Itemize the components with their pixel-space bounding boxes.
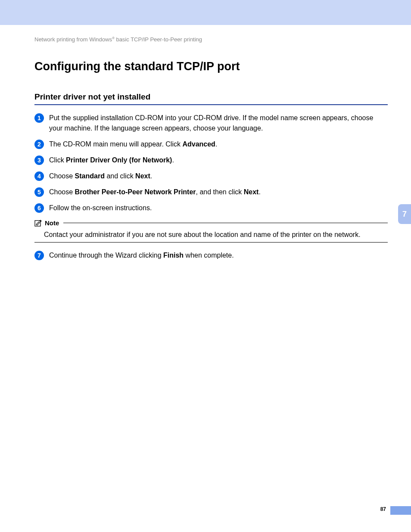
svg-rect-0 — [35, 221, 40, 226]
step-6-text: Follow the on-screen instructions. — [49, 203, 388, 213]
step-4-b2: Next — [135, 172, 150, 180]
step-3-bold: Printer Driver Only (for Network) — [66, 156, 172, 164]
step-2-post: . — [215, 140, 217, 148]
section-heading: Printer driver not yet installed — [34, 92, 388, 102]
note-rule-top — [63, 223, 388, 223]
step-4-mid: and click — [105, 172, 135, 180]
note-header: Note — [34, 219, 388, 227]
step-badge-1: 1 — [34, 113, 44, 123]
step-4-post: . — [150, 172, 152, 180]
section-rule — [34, 104, 388, 105]
step-1: 1 Put the supplied installation CD-ROM i… — [34, 113, 388, 133]
footer-accent — [390, 506, 411, 515]
step-3-text: Click Printer Driver Only (for Network). — [49, 155, 388, 165]
step-badge-6: 6 — [34, 203, 44, 213]
step-2-pre: The CD-ROM main menu will appear. Click — [49, 140, 182, 148]
step-5-b2: Next — [244, 188, 259, 196]
step-5: 5 Choose Brother Peer-to-Peer Network Pr… — [34, 187, 388, 197]
step-5-post: . — [258, 188, 260, 196]
chapter-tab: 7 — [398, 204, 411, 224]
step-4-text: Choose Standard and click Next. — [49, 171, 388, 181]
step-7-post: when complete. — [184, 252, 234, 259]
breadcrumb-post: basic TCP/IP Peer-to-Peer printing — [115, 36, 202, 43]
pencil-note-icon — [34, 219, 42, 227]
note-block: Note Contact your administrator if you a… — [34, 219, 388, 243]
step-1-text: Put the supplied installation CD-ROM int… — [49, 113, 388, 133]
step-list: 1 Put the supplied installation CD-ROM i… — [34, 113, 388, 260]
step-7-text: Continue through the Wizard clicking Fin… — [49, 250, 388, 260]
step-2-text: The CD-ROM main menu will appear. Click … — [49, 139, 388, 149]
page-number: 87 — [380, 506, 386, 512]
step-2: 2 The CD-ROM main menu will appear. Clic… — [34, 139, 388, 149]
step-4-b1: Standard — [75, 172, 105, 180]
page-content: Network printing from Windows® basic TCP… — [34, 36, 388, 266]
step-5-pre: Choose — [49, 188, 75, 196]
step-5-b1: Brother Peer-to-Peer Network Printer — [75, 188, 196, 196]
step-4: 4 Choose Standard and click Next. — [34, 171, 388, 181]
step-7-bold: Finish — [163, 252, 184, 259]
step-7: 7 Continue through the Wizard clicking F… — [34, 250, 388, 260]
step-badge-7: 7 — [34, 251, 44, 260]
breadcrumb-pre: Network printing from Windows — [34, 36, 112, 43]
header-band — [0, 0, 411, 25]
step-3-pre: Click — [49, 156, 66, 164]
step-badge-2: 2 — [34, 140, 44, 149]
note-text: Contact your administrator if you are no… — [44, 230, 388, 240]
step-7-pre: Continue through the Wizard clicking — [49, 252, 163, 259]
step-3-post: . — [172, 156, 174, 164]
step-badge-4: 4 — [34, 171, 44, 181]
step-2-bold: Advanced — [182, 140, 215, 148]
step-badge-3: 3 — [34, 156, 44, 165]
page-title: Configuring the standard TCP/IP port — [34, 60, 388, 73]
breadcrumb: Network printing from Windows® basic TCP… — [34, 36, 388, 43]
note-label: Note — [45, 219, 59, 227]
note-rule-bottom — [34, 242, 388, 243]
step-5-mid: , and then click — [196, 188, 244, 196]
step-3: 3 Click Printer Driver Only (for Network… — [34, 155, 388, 165]
step-4-pre: Choose — [49, 172, 75, 180]
step-badge-5: 5 — [34, 187, 44, 197]
step-5-text: Choose Brother Peer-to-Peer Network Prin… — [49, 187, 388, 197]
step-6: 6 Follow the on-screen instructions. — [34, 203, 388, 213]
